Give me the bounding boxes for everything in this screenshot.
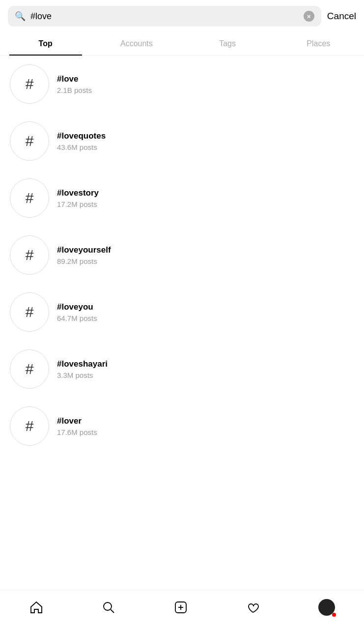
- nav-post-button[interactable]: [170, 597, 192, 618]
- result-text: #loveshayari 3.3M posts: [57, 359, 108, 379]
- result-tag-name: #loveshayari: [57, 359, 108, 369]
- result-post-count: 64.7M posts: [57, 314, 97, 322]
- result-post-count: 89.2M posts: [57, 257, 111, 265]
- hashtag-circle: #: [10, 121, 49, 161]
- result-tag-name: #lovestory: [57, 188, 99, 198]
- tab-places[interactable]: Places: [273, 32, 364, 55]
- results-container: # #love 2.1B posts # #lovequotes 43.6M p…: [0, 56, 364, 587]
- result-tag-name: #loveyourself: [57, 245, 111, 255]
- hashtag-circle: #: [10, 292, 49, 332]
- nav-profile-button[interactable]: [314, 595, 339, 620]
- hashtag-icon: #: [26, 190, 34, 206]
- hashtag-circle: #: [10, 235, 49, 275]
- result-post-count: 2.1B posts: [57, 86, 92, 94]
- list-item[interactable]: # #lovequotes 43.6M posts: [0, 113, 364, 170]
- heart-icon: [246, 600, 260, 614]
- list-item[interactable]: # #lovestory 17.2M posts: [0, 170, 364, 227]
- hashtag-icon: #: [26, 361, 34, 377]
- hashtag-icon: #: [26, 418, 34, 434]
- result-post-count: 3.3M posts: [57, 371, 108, 379]
- hashtag-icon: #: [26, 76, 34, 92]
- bottom-navigation: [0, 590, 364, 629]
- list-item[interactable]: # #loveyou 64.7M posts: [0, 284, 364, 341]
- search-input[interactable]: [30, 11, 299, 22]
- tab-tags[interactable]: Tags: [182, 32, 273, 55]
- result-tag-name: #lovequotes: [57, 131, 106, 141]
- result-post-count: 17.2M posts: [57, 200, 99, 208]
- hashtag-icon: #: [26, 247, 34, 263]
- nav-search-button[interactable]: [98, 597, 119, 618]
- tabs-container: Top Accounts Tags Places: [0, 32, 364, 56]
- list-item[interactable]: # #loveyourself 89.2M posts: [0, 227, 364, 284]
- list-item[interactable]: # #lover 17.6M posts: [0, 398, 364, 455]
- result-text: #loveyourself 89.2M posts: [57, 245, 111, 265]
- nav-activity-button[interactable]: [242, 597, 264, 618]
- result-tag-name: #lover: [57, 416, 97, 426]
- cancel-button[interactable]: Cancel: [327, 11, 356, 22]
- result-post-count: 17.6M posts: [57, 428, 97, 436]
- search-icon: 🔍: [15, 11, 26, 22]
- list-item[interactable]: # #loveshayari 3.3M posts: [0, 341, 364, 398]
- list-item[interactable]: # #love 2.1B posts: [0, 56, 364, 113]
- hashtag-icon: #: [26, 304, 34, 320]
- result-text: #love 2.1B posts: [57, 74, 92, 94]
- clear-button[interactable]: ×: [304, 11, 314, 22]
- search-nav-icon: [102, 600, 115, 614]
- tab-top[interactable]: Top: [0, 32, 91, 55]
- home-icon: [29, 600, 43, 614]
- result-text: #lovequotes 43.6M posts: [57, 131, 106, 151]
- hashtag-icon: #: [26, 133, 34, 149]
- tab-accounts[interactable]: Accounts: [91, 32, 182, 55]
- result-text: #loveyou 64.7M posts: [57, 302, 97, 322]
- hashtag-circle: #: [10, 406, 49, 446]
- search-bar: 🔍 × Cancel: [0, 0, 364, 32]
- result-tag-name: #love: [57, 74, 92, 84]
- result-text: #lover 17.6M posts: [57, 416, 97, 436]
- result-text: #lovestory 17.2M posts: [57, 188, 99, 208]
- svg-point-0: [104, 602, 112, 610]
- hashtag-circle: #: [10, 349, 49, 389]
- profile-avatar: [318, 599, 335, 616]
- search-input-wrapper: 🔍 ×: [8, 6, 321, 27]
- svg-line-1: [111, 609, 114, 613]
- result-tag-name: #loveyou: [57, 302, 97, 312]
- nav-home-button[interactable]: [26, 597, 47, 618]
- result-post-count: 43.6M posts: [57, 143, 106, 151]
- hashtag-circle: #: [10, 64, 49, 104]
- post-icon: [174, 600, 188, 614]
- hashtag-circle: #: [10, 178, 49, 218]
